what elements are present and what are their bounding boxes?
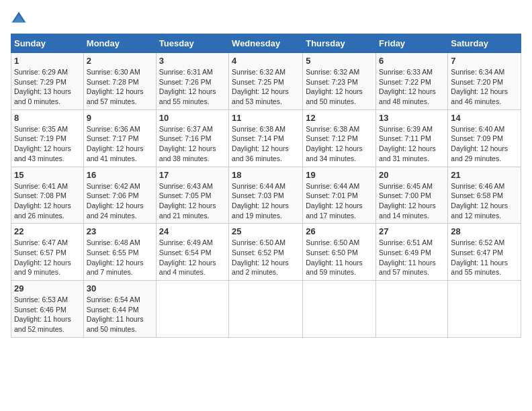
day-info: Sunrise: 6:48 AM Sunset: 6:55 PM Dayligh…	[87, 238, 153, 277]
calendar-table: SundayMondayTuesdayWednesdayThursdayFrid…	[11, 34, 521, 338]
day-info: Sunrise: 6:42 AM Sunset: 7:06 PM Dayligh…	[87, 181, 153, 221]
calendar-cell: 15Sunrise: 6:41 AM Sunset: 7:08 PM Dayli…	[11, 167, 84, 224]
calendar-cell: 19Sunrise: 6:44 AM Sunset: 7:01 PM Dayli…	[303, 167, 376, 224]
day-info: Sunrise: 6:40 AM Sunset: 7:09 PM Dayligh…	[451, 124, 518, 164]
calendar-cell: 12Sunrise: 6:38 AM Sunset: 7:12 PM Dayli…	[303, 109, 376, 167]
day-info: Sunrise: 6:31 AM Sunset: 7:26 PM Dayligh…	[159, 67, 226, 107]
calendar-week-1: 1Sunrise: 6:29 AM Sunset: 7:29 PM Daylig…	[11, 53, 521, 110]
col-header-monday: Monday	[83, 34, 156, 53]
day-info: Sunrise: 6:44 AM Sunset: 7:01 PM Dayligh…	[306, 181, 373, 221]
day-info: Sunrise: 6:43 AM Sunset: 7:05 PM Dayligh…	[159, 181, 226, 221]
day-number: 30	[87, 283, 153, 293]
day-info: Sunrise: 6:50 AM Sunset: 6:52 PM Dayligh…	[232, 238, 300, 277]
day-number: 11	[232, 113, 300, 123]
calendar-cell: 2Sunrise: 6:30 AM Sunset: 7:28 PM Daylig…	[83, 53, 156, 110]
day-info: Sunrise: 6:37 AM Sunset: 7:16 PM Dayligh…	[159, 124, 226, 164]
calendar-cell: 25Sunrise: 6:50 AM Sunset: 6:52 PM Dayli…	[229, 224, 303, 281]
day-number: 24	[159, 226, 226, 236]
day-number: 29	[14, 283, 81, 293]
day-number: 1	[14, 56, 81, 66]
day-number: 17	[159, 170, 226, 180]
calendar-cell: 28Sunrise: 6:52 AM Sunset: 6:47 PM Dayli…	[448, 224, 521, 281]
logo	[11, 11, 30, 27]
day-number: 3	[159, 56, 226, 66]
day-number: 13	[379, 113, 445, 123]
day-number: 20	[379, 170, 445, 180]
day-number: 21	[451, 170, 518, 180]
calendar-cell: 6Sunrise: 6:33 AM Sunset: 7:22 PM Daylig…	[376, 53, 448, 110]
day-number: 14	[451, 113, 518, 123]
day-info: Sunrise: 6:38 AM Sunset: 7:14 PM Dayligh…	[232, 124, 300, 164]
day-info: Sunrise: 6:38 AM Sunset: 7:12 PM Dayligh…	[306, 124, 373, 164]
day-number: 22	[14, 226, 81, 236]
day-info: Sunrise: 6:29 AM Sunset: 7:29 PM Dayligh…	[14, 67, 81, 107]
day-number: 23	[87, 226, 153, 236]
calendar-cell: 30Sunrise: 6:54 AM Sunset: 6:44 PM Dayli…	[83, 281, 156, 338]
calendar-week-3: 15Sunrise: 6:41 AM Sunset: 7:08 PM Dayli…	[11, 167, 521, 224]
calendar-cell: 9Sunrise: 6:36 AM Sunset: 7:17 PM Daylig…	[83, 109, 156, 167]
day-info: Sunrise: 6:47 AM Sunset: 6:57 PM Dayligh…	[14, 238, 81, 277]
day-info: Sunrise: 6:45 AM Sunset: 7:00 PM Dayligh…	[379, 181, 445, 221]
calendar-week-5: 29Sunrise: 6:53 AM Sunset: 6:46 PM Dayli…	[11, 281, 521, 338]
col-header-thursday: Thursday	[303, 34, 376, 53]
calendar-cell: 4Sunrise: 6:32 AM Sunset: 7:25 PM Daylig…	[229, 53, 303, 110]
calendar-cell: 24Sunrise: 6:49 AM Sunset: 6:54 PM Dayli…	[156, 224, 228, 281]
calendar-cell: 18Sunrise: 6:44 AM Sunset: 7:03 PM Dayli…	[229, 167, 303, 224]
logo-icon	[11, 11, 27, 27]
col-header-sunday: Sunday	[11, 34, 84, 53]
day-number: 2	[87, 56, 153, 66]
day-number: 16	[87, 170, 153, 180]
calendar-cell: 16Sunrise: 6:42 AM Sunset: 7:06 PM Dayli…	[83, 167, 156, 224]
calendar-cell: 23Sunrise: 6:48 AM Sunset: 6:55 PM Dayli…	[83, 224, 156, 281]
day-info: Sunrise: 6:33 AM Sunset: 7:22 PM Dayligh…	[379, 67, 445, 107]
day-number: 5	[306, 56, 373, 66]
calendar-cell	[229, 281, 303, 338]
day-number: 4	[232, 56, 300, 66]
calendar-week-4: 22Sunrise: 6:47 AM Sunset: 6:57 PM Dayli…	[11, 224, 521, 281]
day-info: Sunrise: 6:53 AM Sunset: 6:46 PM Dayligh…	[14, 295, 81, 334]
calendar-cell: 7Sunrise: 6:34 AM Sunset: 7:20 PM Daylig…	[448, 53, 521, 110]
day-number: 9	[87, 113, 153, 123]
calendar-cell: 29Sunrise: 6:53 AM Sunset: 6:46 PM Dayli…	[11, 281, 84, 338]
day-info: Sunrise: 6:50 AM Sunset: 6:50 PM Dayligh…	[306, 238, 373, 277]
calendar-cell: 8Sunrise: 6:35 AM Sunset: 7:19 PM Daylig…	[11, 109, 84, 167]
day-info: Sunrise: 6:39 AM Sunset: 7:11 PM Dayligh…	[379, 124, 445, 164]
day-info: Sunrise: 6:54 AM Sunset: 6:44 PM Dayligh…	[87, 295, 153, 334]
day-info: Sunrise: 6:52 AM Sunset: 6:47 PM Dayligh…	[451, 238, 518, 277]
day-number: 19	[306, 170, 373, 180]
day-number: 7	[451, 56, 518, 66]
calendar-cell: 5Sunrise: 6:32 AM Sunset: 7:23 PM Daylig…	[303, 53, 376, 110]
day-info: Sunrise: 6:41 AM Sunset: 7:08 PM Dayligh…	[14, 181, 81, 221]
calendar-cell	[376, 281, 448, 338]
calendar-cell: 17Sunrise: 6:43 AM Sunset: 7:05 PM Dayli…	[156, 167, 228, 224]
col-header-tuesday: Tuesday	[156, 34, 228, 53]
col-header-wednesday: Wednesday	[229, 34, 303, 53]
calendar-cell: 11Sunrise: 6:38 AM Sunset: 7:14 PM Dayli…	[229, 109, 303, 167]
day-info: Sunrise: 6:34 AM Sunset: 7:20 PM Dayligh…	[451, 67, 518, 107]
calendar-cell: 10Sunrise: 6:37 AM Sunset: 7:16 PM Dayli…	[156, 109, 228, 167]
day-number: 27	[379, 226, 445, 236]
calendar-cell: 14Sunrise: 6:40 AM Sunset: 7:09 PM Dayli…	[448, 109, 521, 167]
calendar-cell: 13Sunrise: 6:39 AM Sunset: 7:11 PM Dayli…	[376, 109, 448, 167]
col-header-saturday: Saturday	[448, 34, 521, 53]
day-number: 26	[306, 226, 373, 236]
calendar-cell	[448, 281, 521, 338]
calendar-cell: 20Sunrise: 6:45 AM Sunset: 7:00 PM Dayli…	[376, 167, 448, 224]
day-number: 6	[379, 56, 445, 66]
day-info: Sunrise: 6:44 AM Sunset: 7:03 PM Dayligh…	[232, 181, 300, 221]
calendar-cell: 3Sunrise: 6:31 AM Sunset: 7:26 PM Daylig…	[156, 53, 228, 110]
day-info: Sunrise: 6:32 AM Sunset: 7:23 PM Dayligh…	[306, 67, 373, 107]
day-number: 25	[232, 226, 300, 236]
day-number: 15	[14, 170, 81, 180]
calendar-cell	[156, 281, 228, 338]
day-number: 12	[306, 113, 373, 123]
calendar-week-2: 8Sunrise: 6:35 AM Sunset: 7:19 PM Daylig…	[11, 109, 521, 167]
day-number: 18	[232, 170, 300, 180]
day-info: Sunrise: 6:35 AM Sunset: 7:19 PM Dayligh…	[14, 124, 81, 164]
day-info: Sunrise: 6:49 AM Sunset: 6:54 PM Dayligh…	[159, 238, 226, 277]
day-number: 28	[451, 226, 518, 236]
day-number: 10	[159, 113, 226, 123]
calendar-cell: 21Sunrise: 6:46 AM Sunset: 6:58 PM Dayli…	[448, 167, 521, 224]
col-header-friday: Friday	[376, 34, 448, 53]
day-number: 8	[14, 113, 81, 123]
